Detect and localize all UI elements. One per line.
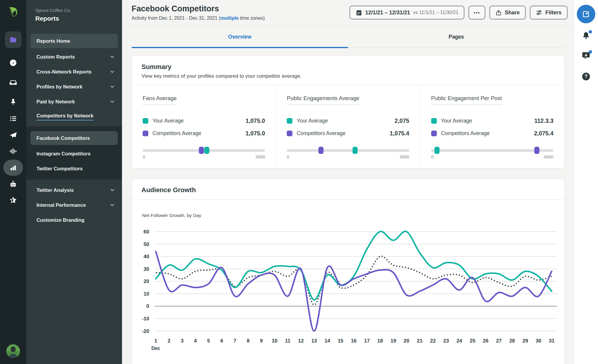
legend-row: Competitors Average1,075.4 <box>287 127 409 140</box>
competitors-average-swatch <box>143 131 148 136</box>
metric-fans-average: Fans Average Your Average1,075.0 Competi… <box>132 85 276 168</box>
multiple-timezones-link[interactable]: multiple <box>220 16 239 21</box>
svg-text:26: 26 <box>483 338 489 344</box>
svg-text:30: 30 <box>536 338 541 344</box>
svg-text:19: 19 <box>390 338 396 344</box>
svg-text:20: 20 <box>144 279 149 284</box>
svg-text:30: 30 <box>144 266 149 272</box>
gauge-icon[interactable] <box>9 59 17 67</box>
date-range-button[interactable]: 12/1/21 – 12/31/21 vs 11/1/21 – 11/30/21 <box>350 6 465 19</box>
sidebar-item-twitter-analysis[interactable]: Twitter Analysis <box>26 183 122 198</box>
svg-text:3: 3 <box>181 338 184 344</box>
legend-value: 1,075.0 <box>245 130 265 137</box>
inbox-icon[interactable] <box>9 79 17 86</box>
svg-text:12: 12 <box>298 338 304 344</box>
your-average-swatch <box>287 118 292 124</box>
page-title: Facebook Competitors <box>132 4 219 13</box>
sidebar-nav: Reports Home Custom Reports Cross-Networ… <box>26 28 122 227</box>
bar-chart-icon <box>9 164 17 172</box>
sidebar-item-custom-reports[interactable]: Custom Reports <box>26 49 122 64</box>
waveform-icon[interactable] <box>9 147 17 155</box>
bot-icon[interactable] <box>9 180 17 188</box>
sidebar-item-twitter-competitors[interactable]: Twitter Competitors <box>26 161 122 176</box>
summary-header: Summary View key metrics of your profile… <box>132 56 564 85</box>
svg-text:20: 20 <box>404 338 409 344</box>
summary-card: Summary View key metrics of your profile… <box>132 56 565 169</box>
star-icon[interactable] <box>9 196 17 204</box>
ellipsis-icon: ••• <box>474 10 480 15</box>
legend-value: 1,075.4 <box>390 130 409 137</box>
tab-pages[interactable]: Pages <box>348 26 565 48</box>
company-name: Sprout Coffee Co. <box>35 8 122 13</box>
slider-handle <box>199 147 204 154</box>
svg-text:14: 14 <box>324 338 330 344</box>
svg-text:18: 18 <box>377 338 383 344</box>
svg-text:4: 4 <box>194 338 197 344</box>
folder-icon <box>9 36 17 44</box>
more-options-button[interactable]: ••• <box>469 6 485 19</box>
svg-text:31: 31 <box>549 338 555 344</box>
sidebar-item-cross-network-reports[interactable]: Cross-Network Reports <box>26 64 122 79</box>
svg-text:24: 24 <box>457 338 462 344</box>
notification-badge <box>589 30 592 33</box>
svg-text:7: 7 <box>234 338 236 344</box>
pin-icon[interactable] <box>10 98 17 105</box>
svg-text:29: 29 <box>522 338 528 344</box>
slider-max: 3000 <box>255 155 265 159</box>
user-avatar[interactable] <box>6 344 20 358</box>
sidebar-item-customize-branding[interactable]: Customize Branding <box>26 212 122 227</box>
slider-max: 3000 <box>399 155 409 159</box>
report-tabs: Overview Pages <box>132 26 565 48</box>
sidebar-item-label: Competitors by Network <box>36 113 94 120</box>
main-content: Facebook Competitors Activity from Dec 1… <box>122 0 574 364</box>
date-range-value: 12/1/21 – 12/31/21 <box>365 10 410 16</box>
svg-text:50: 50 <box>144 241 149 247</box>
summary-metrics: Fans Average Your Average1,075.0 Competi… <box>132 85 564 168</box>
slider-handle <box>204 147 209 154</box>
report-subtitle: Activity from Dec 1, 2021 - Dec 31, 2021… <box>132 16 265 21</box>
help-button[interactable]: ? <box>582 73 590 80</box>
compose-button[interactable] <box>577 5 595 23</box>
svg-text:22: 22 <box>430 338 436 344</box>
sidebar-title: Reports <box>35 15 122 22</box>
sidebar-item-internal-performance[interactable]: Internal Performance <box>26 198 122 212</box>
svg-text:40: 40 <box>144 254 149 259</box>
sidebar-item-facebook-competitors[interactable]: Facebook Competitors <box>30 131 118 145</box>
svg-text:-20: -20 <box>142 328 149 334</box>
sidebar-item-competitors-by-network[interactable]: Competitors by Network <box>26 109 122 124</box>
sidebar-item-label: Cross-Network Reports <box>36 69 91 75</box>
legend-label: Competitors Average <box>441 130 534 137</box>
notifications-button[interactable] <box>582 31 591 41</box>
slider-min: 0 <box>431 155 434 159</box>
legend-row: Your Average1,075.0 <box>143 114 265 127</box>
competitors-submenu: Facebook Competitors Instagram Competito… <box>26 126 122 180</box>
subtitle-text: time zones) <box>239 16 265 21</box>
chart-metric-label: Net Follower Growth, by Day <box>142 213 564 218</box>
svg-text:23: 23 <box>443 338 449 344</box>
sidebar-header: Sprout Coffee Co. Reports <box>26 0 122 28</box>
share-button[interactable]: Share <box>489 6 526 19</box>
filters-button[interactable]: Filters <box>530 6 568 19</box>
sidebar-item-reports-home[interactable]: Reports Home <box>30 34 118 48</box>
metric-public-engagement-per-post: Public Engagement Per Post Your Average1… <box>420 85 564 168</box>
messages-button[interactable] <box>582 51 591 61</box>
chevron-down-icon <box>110 56 114 58</box>
tab-overview[interactable]: Overview <box>132 26 348 48</box>
rail-reports-active[interactable] <box>3 160 23 176</box>
rail-reports-folder[interactable] <box>5 31 22 48</box>
audience-growth-header: Audience Growth <box>132 179 564 200</box>
metric-title[interactable]: Public Engagements Average <box>287 95 359 105</box>
metric-title[interactable]: Public Engagement Per Post <box>431 95 502 105</box>
paper-plane-icon[interactable] <box>9 131 17 139</box>
sprout-logo-icon[interactable] <box>7 6 19 18</box>
svg-text:25: 25 <box>470 338 475 344</box>
legend-value: 112.3.3 <box>534 117 553 124</box>
sidebar-item-paid-by-network[interactable]: Paid by Network <box>26 94 122 109</box>
metric-title[interactable]: Fans Average <box>143 95 177 105</box>
sidebar-item-instagram-competitors[interactable]: Instagram Competitors <box>26 146 122 161</box>
range-indicator: 04000 <box>431 149 553 159</box>
svg-text:8: 8 <box>247 338 249 344</box>
list-icon[interactable] <box>9 115 17 123</box>
svg-text:13: 13 <box>311 338 317 344</box>
sidebar-item-profiles-by-network[interactable]: Profiles by Network <box>26 79 122 94</box>
